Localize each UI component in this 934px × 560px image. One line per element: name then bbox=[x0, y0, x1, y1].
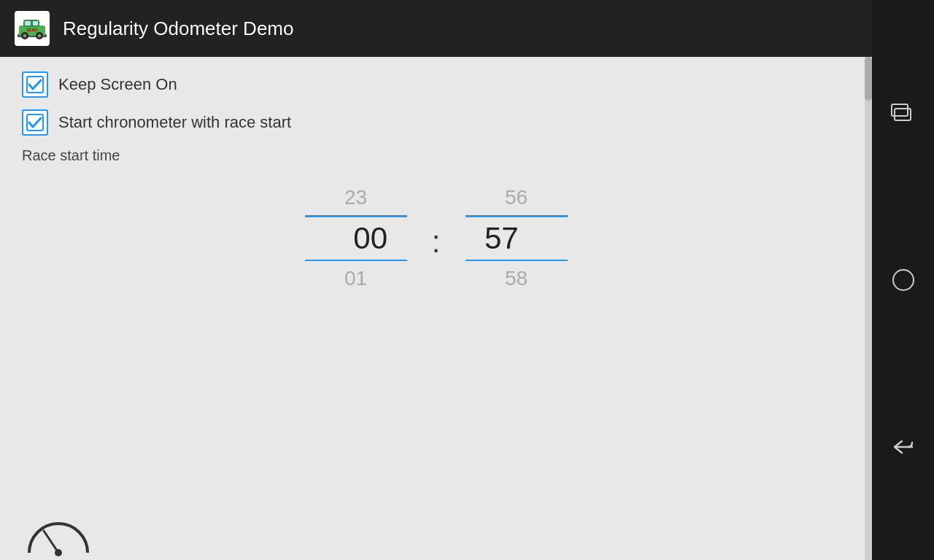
minutes-below-value: 58 bbox=[505, 267, 528, 290]
time-separator: : bbox=[432, 217, 441, 260]
hours-col-above: 23 bbox=[298, 186, 414, 215]
home-button[interactable] bbox=[881, 258, 925, 302]
svg-line-12 bbox=[44, 531, 58, 553]
minutes-above-value: 56 bbox=[505, 186, 528, 209]
app-icon: DEMO bbox=[15, 11, 50, 46]
svg-point-8 bbox=[38, 34, 42, 38]
minutes-current-value[interactable]: 57 bbox=[485, 221, 519, 256]
svg-rect-16 bbox=[893, 270, 914, 290]
hours-value-col[interactable]: 00 bbox=[312, 218, 429, 259]
title-bar: DEMO Regularity Odometer Demo bbox=[0, 0, 872, 57]
start-chrono-label: Start chronometer with race start bbox=[58, 113, 291, 132]
svg-point-6 bbox=[23, 34, 27, 38]
bottom-icon bbox=[15, 502, 102, 560]
time-value-row: 00 : 57 bbox=[312, 217, 560, 260]
hours-current-value[interactable]: 00 bbox=[353, 221, 387, 256]
time-below-row: 01 58 bbox=[298, 261, 575, 290]
minutes-col-above: 56 bbox=[458, 186, 575, 215]
recent-apps-button[interactable] bbox=[881, 91, 925, 135]
keep-screen-on-checkbox[interactable] bbox=[22, 71, 48, 98]
minutes-value-col[interactable]: 57 bbox=[443, 218, 560, 259]
app-title: Regularity Odometer Demo bbox=[63, 18, 293, 40]
svg-text:DEMO: DEMO bbox=[27, 28, 38, 32]
keep-screen-on-label: Keep Screen On bbox=[58, 75, 177, 94]
nav-buttons bbox=[872, 0, 934, 560]
back-button[interactable] bbox=[881, 425, 925, 469]
minutes-col-below: 58 bbox=[458, 261, 575, 290]
scrollbar[interactable] bbox=[865, 57, 872, 560]
start-chrono-row: Start chronometer with race start bbox=[22, 109, 850, 136]
time-above-row: 23 56 bbox=[298, 186, 575, 215]
svg-rect-3 bbox=[25, 21, 31, 26]
app-area: DEMO Regularity Odometer Demo Keep Scree… bbox=[0, 0, 872, 560]
content-area: Keep Screen On Start chronometer with ra… bbox=[0, 57, 872, 560]
svg-point-13 bbox=[55, 549, 62, 556]
start-chrono-checkbox[interactable] bbox=[22, 109, 48, 136]
time-picker: 23 56 00 bbox=[22, 186, 850, 290]
keep-screen-on-row: Keep Screen On bbox=[22, 71, 850, 98]
hours-above-value: 23 bbox=[344, 186, 367, 209]
hours-below-value: 01 bbox=[344, 267, 367, 290]
race-start-time-label: Race start time bbox=[22, 147, 850, 164]
scrollbar-thumb[interactable] bbox=[865, 57, 872, 101]
hours-col-below: 01 bbox=[298, 261, 414, 290]
svg-rect-4 bbox=[33, 21, 38, 26]
